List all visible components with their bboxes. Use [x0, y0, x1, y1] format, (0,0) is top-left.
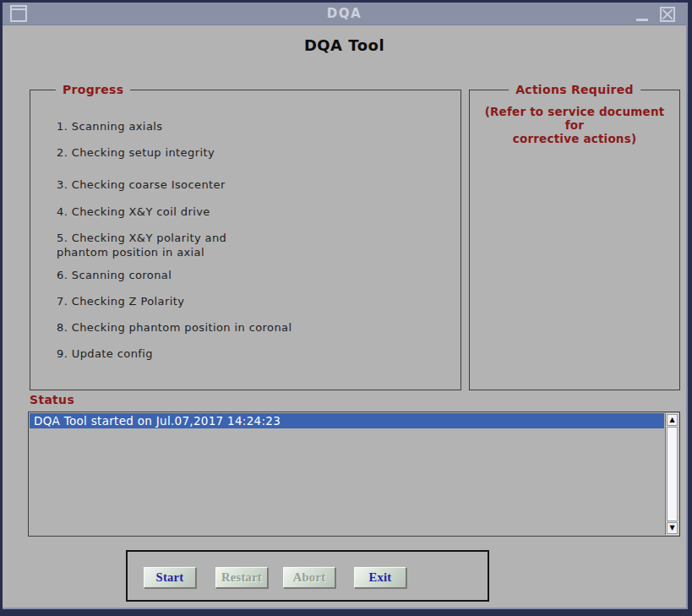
- restart-button[interactable]: Restart: [215, 567, 268, 588]
- window-title: DQA: [3, 6, 686, 21]
- page-title: DQA Tool: [3, 36, 686, 54]
- actions-required-note: (Refer to service document for correctiv…: [475, 105, 674, 145]
- progress-panel-title: Progress: [56, 83, 130, 96]
- scroll-up-icon[interactable]: ▲: [667, 414, 678, 426]
- window: DQA DQA Tool Progress 1. Scanning axials…: [0, 0, 692, 616]
- start-button[interactable]: Start: [144, 567, 196, 588]
- progress-panel: Progress 1. Scanning axials 2. Checking …: [30, 90, 461, 390]
- progress-step-2: 2. Checking setup integrity: [57, 145, 452, 160]
- progress-step-8: 8. Checking phantom position in coronal: [57, 320, 452, 335]
- actions-required-panel: Actions Required (Refer to service docum…: [469, 90, 680, 390]
- progress-step-3: 3. Checking coarse Isocenter: [57, 177, 452, 192]
- scrollbar-thumb[interactable]: [667, 427, 678, 521]
- actions-required-title: Actions Required: [509, 83, 640, 96]
- exit-button[interactable]: Exit: [354, 567, 406, 588]
- scroll-down-icon[interactable]: ▼: [667, 522, 678, 534]
- progress-step-4: 4. Checking X&Y coil drive: [57, 204, 452, 219]
- status-list-item[interactable]: DQA Tool started on Jul.07,2017 14:24:23: [30, 413, 664, 428]
- progress-step-1: 1. Scanning axials: [57, 119, 452, 134]
- progress-step-9: 9. Update config: [57, 346, 452, 361]
- status-title: Status: [30, 393, 74, 406]
- progress-step-5: 5. Checking X&Y polarity and phantom pos…: [57, 231, 452, 259]
- minimize-icon[interactable]: [636, 19, 648, 21]
- progress-step-7: 7. Checking Z Polarity: [57, 294, 452, 308]
- status-scrollbar[interactable]: ▲ ▼: [665, 413, 678, 535]
- progress-step-6: 6. Scanning coronal: [57, 268, 452, 282]
- window-body: DQA DQA Tool Progress 1. Scanning axials…: [3, 3, 688, 609]
- status-listbox[interactable]: DQA Tool started on Jul.07,2017 14:24:23…: [28, 412, 680, 537]
- action-button-panel: Start Restart Abort Exit: [126, 550, 489, 602]
- titlebar[interactable]: DQA: [3, 3, 686, 25]
- abort-button[interactable]: Abort: [283, 567, 335, 588]
- close-icon[interactable]: [660, 7, 675, 22]
